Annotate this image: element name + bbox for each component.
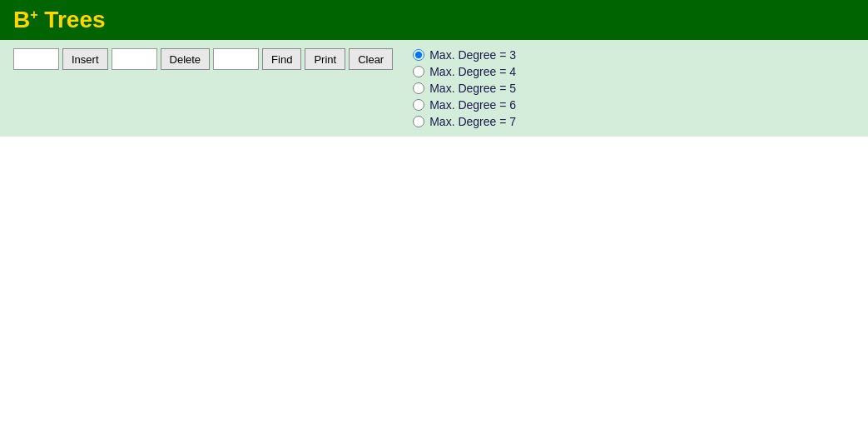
insert-input[interactable] bbox=[13, 48, 59, 70]
radio-label-degree-5: Max. Degree = 5 bbox=[429, 82, 516, 95]
radio-option-degree-6[interactable]: Max. Degree = 6 bbox=[413, 98, 516, 112]
radio-option-degree-4[interactable]: Max. Degree = 4 bbox=[413, 65, 516, 78]
radio-option-degree-7[interactable]: Max. Degree = 7 bbox=[413, 115, 516, 128]
radio-option-degree-5[interactable]: Max. Degree = 5 bbox=[413, 82, 516, 95]
find-button[interactable]: Find bbox=[262, 48, 301, 70]
toolbar-area: Insert Delete Find Print Clear Max. Degr… bbox=[0, 40, 868, 137]
controls-group: Insert Delete Find Print Clear bbox=[13, 48, 393, 70]
delete-input[interactable] bbox=[112, 48, 157, 70]
print-button[interactable]: Print bbox=[305, 48, 345, 70]
radio-label-degree-4: Max. Degree = 4 bbox=[429, 65, 516, 78]
radio-input-degree-3[interactable] bbox=[413, 49, 424, 61]
radio-option-degree-3[interactable]: Max. Degree = 3 bbox=[413, 48, 516, 62]
radio-input-degree-6[interactable] bbox=[413, 99, 424, 111]
radio-label-degree-7: Max. Degree = 7 bbox=[429, 115, 516, 128]
radio-label-degree-3: Max. Degree = 3 bbox=[429, 48, 516, 62]
app-header: B+ Trees bbox=[0, 0, 868, 40]
radio-input-degree-7[interactable] bbox=[413, 116, 424, 127]
radio-input-degree-5[interactable] bbox=[413, 82, 424, 94]
app-title: B+ Trees bbox=[13, 7, 106, 33]
radio-input-degree-4[interactable] bbox=[413, 66, 424, 77]
insert-button[interactable]: Insert bbox=[62, 48, 108, 70]
degree-radio-group: Max. Degree = 3Max. Degree = 4Max. Degre… bbox=[413, 48, 516, 128]
tree-canvas bbox=[0, 137, 868, 420]
find-input[interactable] bbox=[213, 48, 259, 70]
clear-button[interactable]: Clear bbox=[349, 48, 393, 70]
radio-label-degree-6: Max. Degree = 6 bbox=[429, 98, 516, 112]
delete-button[interactable]: Delete bbox=[161, 48, 211, 70]
